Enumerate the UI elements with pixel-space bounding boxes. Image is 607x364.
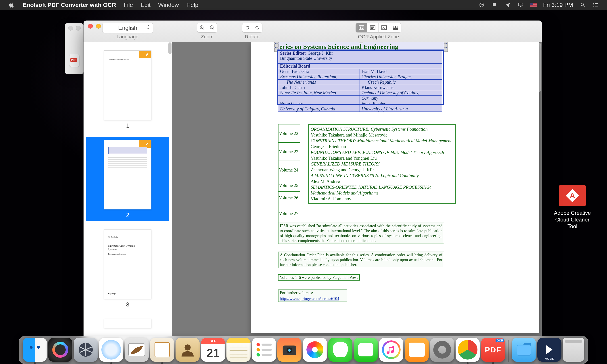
thumbnail-sidebar: Extremal Fuzzy Dynamic Systems 1 (83, 42, 172, 350)
dock-siri[interactable] (48, 338, 72, 362)
doc-paragraph-continuation: A Continuation Order Plan is available f… (278, 252, 444, 268)
language-select-value: English (118, 25, 137, 31)
svg-point-8 (593, 6, 594, 7)
svg-point-6 (593, 4, 594, 5)
menubar-clock[interactable]: Fri 3:19 PM (543, 1, 573, 9)
language-select[interactable]: English (102, 23, 153, 33)
zoom-label: Zoom (201, 34, 213, 40)
menu-file[interactable]: File (124, 1, 133, 9)
doc-volume-descriptions: ORGANIZATION STRUCTURE: Cybernetic Syste… (308, 124, 456, 204)
dock-ibooks[interactable] (405, 338, 429, 362)
ocr-zone-group: OCR Applied Zone (356, 23, 401, 40)
thumbnail-page-number: 2 (86, 212, 169, 219)
svg-rect-14 (361, 26, 363, 27)
dock-chrome[interactable] (455, 338, 480, 362)
thumbnail-page-number: 3 (86, 301, 169, 308)
rotate-left-button[interactable] (242, 23, 252, 32)
background-window[interactable] (65, 23, 83, 74)
bg-pdf-thumbnail[interactable] (69, 54, 79, 67)
spotlight-search-icon[interactable] (579, 2, 586, 8)
dock-messages[interactable] (328, 338, 352, 362)
notification-menu-icon[interactable] (491, 2, 498, 8)
dock-area: SEP 21 MOVIE (0, 336, 607, 364)
dock-facetime[interactable] (354, 338, 378, 362)
svg-rect-5 (595, 3, 598, 4)
window-close-button[interactable] (88, 24, 93, 28)
dock-downloads-folder[interactable] (512, 338, 536, 362)
menu-window[interactable]: Window (158, 1, 179, 9)
creative-cloud-menu-icon[interactable] (478, 2, 485, 8)
doc-volume-numbers: Volume 22Volume 23Volume 24Volume 25Volu… (278, 124, 300, 223)
menu-help[interactable]: Help (186, 1, 198, 9)
doc-paragraph-ifsr: IFSR was established "to stimulate all a… (278, 222, 444, 244)
pdf-converter-window: English Language Zoom (83, 21, 542, 350)
zoom-in-button[interactable] (197, 23, 207, 32)
desktop: A Adobe Creative Cloud Cleaner Tool Engl… (0, 10, 607, 364)
language-label: Language (102, 34, 153, 40)
zoom-out-button[interactable] (207, 23, 217, 32)
svg-rect-1 (493, 3, 496, 6)
dock-photobooth[interactable] (277, 338, 302, 362)
dock-photos[interactable] (303, 338, 327, 362)
svg-point-23 (257, 343, 260, 346)
svg-rect-13 (360, 26, 361, 29)
document-page: eries on Systems Science and Engineering… (251, 42, 539, 333)
svg-point-0 (480, 3, 484, 7)
notification-center-icon[interactable] (592, 2, 599, 8)
dock-trash[interactable] (563, 338, 584, 362)
app-menu[interactable]: Enolsoft PDF Converter with OCR (23, 1, 116, 9)
dock-notes[interactable] (226, 338, 250, 362)
menubar: Enolsoft PDF Converter with OCR File Edi… (0, 0, 607, 10)
desktop-icon-label-line1: Adobe Creative (554, 210, 591, 216)
dock-safari[interactable] (99, 338, 123, 362)
window-minimize-button[interactable] (96, 24, 101, 28)
apple-menu-icon[interactable] (9, 2, 15, 8)
dock-system-preferences[interactable] (430, 338, 454, 362)
dock-preview[interactable] (124, 338, 149, 362)
svg-point-25 (257, 348, 260, 351)
doc-editorial-table: Series Editor: George J. Klir Binghamton… (278, 51, 442, 112)
thumbnail-page-1[interactable]: Extremal Fuzzy Dynamic Systems 1 (86, 47, 169, 131)
zoom-group: Zoom (197, 23, 217, 40)
ocr-zone-table-button[interactable] (390, 23, 401, 32)
dock-enolsoft-pdf-ocr[interactable] (481, 338, 505, 362)
thumbnail-scrollbar[interactable] (168, 42, 171, 54)
svg-point-31 (288, 349, 291, 352)
svg-rect-26 (262, 349, 272, 351)
window-toolbar: English Language Zoom (83, 21, 542, 42)
bg-window-minimize[interactable] (76, 26, 81, 31)
dock-contacts[interactable] (176, 338, 200, 362)
menu-edit[interactable]: Edit (140, 1, 151, 9)
svg-rect-28 (262, 354, 272, 356)
dock-finder[interactable] (23, 338, 47, 362)
dock-launchpad[interactable] (74, 338, 98, 362)
bg-window-close[interactable] (68, 26, 73, 31)
thumbnail-page-3[interactable]: Gia Sirbiladze Extremal Fuzzy Dynamic Sy… (86, 226, 169, 310)
ocr-zone-image-button[interactable] (379, 23, 390, 32)
dock-mail[interactable] (150, 338, 174, 362)
page-viewer[interactable]: eries on Systems Science and Engineering… (172, 42, 542, 350)
ocr-zone-text-button[interactable] (367, 23, 379, 32)
svg-rect-9 (595, 6, 598, 6)
dock-reminders[interactable] (252, 338, 276, 362)
dock: SEP 21 MOVIE (19, 336, 588, 364)
doc-series-link[interactable]: http://www.springer.com/series/6104 (280, 296, 339, 301)
dock-video-file[interactable]: MOVIE (537, 338, 561, 362)
svg-point-27 (257, 353, 260, 356)
dock-calendar[interactable]: SEP 21 (201, 338, 225, 362)
input-source-flag-icon[interactable] (530, 3, 537, 7)
svg-point-3 (581, 3, 584, 6)
dock-separator (508, 340, 509, 362)
thumbnail-page-2[interactable]: 2 (86, 137, 169, 221)
thumbnail-page-4[interactable] (86, 316, 169, 333)
airplay-menu-icon[interactable] (517, 2, 524, 8)
desktop-icon-adobe-cc-cleaner[interactable]: A Adobe Creative Cloud Cleaner Tool (549, 185, 596, 230)
doc-further-volumes: For further volumes: http://www.springer… (278, 289, 347, 302)
desktop-icon-label-line2: Cloud Cleaner Tool (555, 217, 589, 229)
dock-itunes[interactable] (379, 338, 403, 362)
rotate-label: Rotate (245, 34, 260, 40)
ocr-zone-auto-button[interactable] (356, 23, 367, 32)
paper-plane-menu-icon[interactable] (504, 2, 511, 8)
svg-rect-7 (595, 5, 598, 5)
rotate-right-button[interactable] (252, 23, 262, 32)
